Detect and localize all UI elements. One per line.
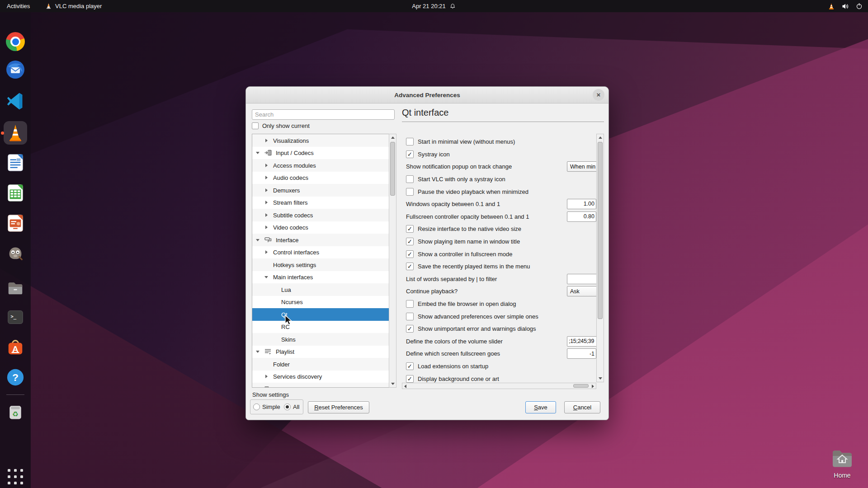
checkbox[interactable] xyxy=(406,175,414,183)
notification-bell-icon xyxy=(450,3,456,9)
tree-item[interactable]: Audio codecs xyxy=(252,172,389,184)
tree-item[interactable]: Video codecs xyxy=(252,221,389,234)
pref-row[interactable]: Show playing item name in window title xyxy=(402,235,596,248)
settings-vscrollbar-thumb[interactable] xyxy=(598,142,603,319)
pref-row[interactable]: Save the recently played items in the me… xyxy=(402,260,596,273)
tree-item[interactable]: Stream filters xyxy=(252,197,389,209)
tree-scrollbar-thumb[interactable] xyxy=(390,142,395,196)
tree-item[interactable]: Input / Codecs xyxy=(252,147,389,160)
tree-item[interactable]: Visualizations xyxy=(252,134,389,147)
checkbox-checked[interactable] xyxy=(406,362,414,370)
pref-row[interactable]: Show advanced preferences over simple on… xyxy=(402,310,596,323)
tree-item[interactable]: Ncurses xyxy=(252,296,389,309)
windows-opacity-spinbox[interactable]: 1.00 xyxy=(567,199,596,209)
home-folder-icon[interactable]: Home xyxy=(828,448,856,479)
all-radio[interactable] xyxy=(284,404,291,410)
tree-item[interactable]: Folder xyxy=(252,358,389,371)
simple-radio-label[interactable]: Simple xyxy=(262,404,280,410)
cancel-button[interactable]: Cancel xyxy=(564,401,600,413)
search-input[interactable] xyxy=(252,109,395,120)
fullscreen-screen-spinbox[interactable]: -1 xyxy=(567,348,596,359)
tree-item[interactable]: Stream output xyxy=(252,383,389,388)
dock-gimp-icon[interactable] xyxy=(4,241,27,265)
dock-running-indicator xyxy=(1,131,4,135)
pref-row[interactable]: Resize interface to the native video siz… xyxy=(402,223,596,235)
fullscreen-opacity-spinbox[interactable]: 0.80 xyxy=(567,211,596,222)
dock-chrome-icon[interactable] xyxy=(4,30,27,53)
home-label: Home xyxy=(828,472,856,479)
settings-horizontal-scrollbar[interactable] xyxy=(402,383,596,389)
system-status-area[interactable] xyxy=(828,0,863,12)
pref-row[interactable]: Load extensions on startup xyxy=(402,360,596,373)
checkbox-checked[interactable] xyxy=(406,325,414,333)
continue-playback-select[interactable]: Ask xyxy=(567,286,596,296)
volume-icon xyxy=(842,3,849,10)
tree-scrollbar[interactable] xyxy=(389,134,396,388)
tree-item[interactable]: Access modules xyxy=(252,159,389,172)
checkbox[interactable] xyxy=(406,313,414,320)
dock-terminal-icon[interactable]: >_ xyxy=(4,305,27,329)
power-icon xyxy=(856,3,863,9)
dock-vlc-icon[interactable] xyxy=(4,121,27,145)
checkbox-checked[interactable] xyxy=(406,150,414,158)
dialog-title: Advanced Preferences xyxy=(394,92,460,99)
pref-row[interactable]: Systray icon xyxy=(402,148,596,161)
volume-slider-colors-input[interactable]: ;15;245;39 xyxy=(567,336,596,347)
focused-app-menu[interactable]: VLC media player xyxy=(45,0,102,12)
tree-item[interactable]: Interface xyxy=(252,234,389,246)
reset-preferences-button[interactable]: Reset Preferences xyxy=(308,401,369,413)
tree-item[interactable]: Services discovery xyxy=(252,371,389,383)
pref-row[interactable]: Show a controller in fullscreen mode xyxy=(402,248,596,260)
only-show-current-checkbox[interactable] xyxy=(252,122,259,129)
settings-hscrollbar-thumb[interactable] xyxy=(573,384,589,388)
pref-row[interactable]: Start in minimal view (without menus) xyxy=(402,136,596,148)
close-button[interactable]: × xyxy=(593,89,604,101)
checkbox[interactable] xyxy=(406,188,414,196)
simple-radio[interactable] xyxy=(253,404,260,410)
tree-item[interactable]: Hotkeys settings xyxy=(252,258,389,271)
tree-item-selected[interactable]: Qt xyxy=(252,308,389,321)
checkbox[interactable] xyxy=(406,300,414,308)
pref-row[interactable]: Start VLC with only a systray icon xyxy=(402,173,596,186)
codec-icon xyxy=(264,149,272,157)
filter-words-input[interactable] xyxy=(567,274,596,284)
tree-item[interactable]: Main interfaces xyxy=(252,271,389,284)
tree-item[interactable]: Skins xyxy=(252,333,389,346)
checkbox-checked[interactable] xyxy=(406,225,414,233)
notification-popup-select[interactable]: When min xyxy=(567,161,596,172)
save-button[interactable]: Save xyxy=(525,401,556,413)
activities-label: Activities xyxy=(7,3,30,9)
checkbox-checked[interactable] xyxy=(406,375,414,383)
activities-button[interactable]: Activities xyxy=(7,0,30,12)
checkbox-checked[interactable] xyxy=(406,263,414,270)
dock-app-grid-icon[interactable] xyxy=(4,465,27,488)
preferences-tree: Visualizations Input / Codecs Access mod… xyxy=(252,134,396,388)
dock-thunderbird-icon[interactable] xyxy=(4,58,27,81)
dock-ubuntu-software-icon[interactable]: A xyxy=(4,336,27,359)
dock-files-icon[interactable] xyxy=(4,276,27,300)
all-radio-label[interactable]: All xyxy=(293,404,299,410)
tree-item[interactable]: RC xyxy=(252,321,389,333)
dock-help-icon[interactable]: ? xyxy=(4,366,27,389)
dialog-titlebar[interactable]: Advanced Preferences × xyxy=(246,87,609,103)
pref-row[interactable]: Show unimportant error and warnings dial… xyxy=(402,323,596,335)
checkbox-checked[interactable] xyxy=(406,238,414,245)
dock-writer-icon[interactable] xyxy=(4,151,27,174)
dock-vscode-icon[interactable] xyxy=(4,89,27,113)
pref-row[interactable]: Embed the file browser in open dialog xyxy=(402,298,596,310)
tree-item[interactable]: Lua xyxy=(252,283,389,296)
tree-item[interactable]: Control interfaces xyxy=(252,246,389,259)
dock-trash-icon[interactable]: ♻ xyxy=(4,400,27,424)
settings-vertical-scrollbar[interactable] xyxy=(596,134,604,382)
pref-row: Continue playback?Ask xyxy=(402,285,596,298)
dock-impress-icon[interactable] xyxy=(4,211,27,235)
pref-row: Define the colors of the volume slider;1… xyxy=(402,335,596,348)
tree-item[interactable]: Demuxers xyxy=(252,184,389,197)
tree-item[interactable]: Subtitle codecs xyxy=(252,209,389,221)
checkbox-checked[interactable] xyxy=(406,250,414,258)
dock-calc-icon[interactable] xyxy=(4,181,27,205)
pref-row[interactable]: Pause the video playback when minimized xyxy=(402,185,596,198)
clock-button[interactable]: Apr 21 20:21 xyxy=(412,0,456,12)
tree-item[interactable]: Playlist xyxy=(252,346,389,358)
checkbox[interactable] xyxy=(406,138,414,145)
